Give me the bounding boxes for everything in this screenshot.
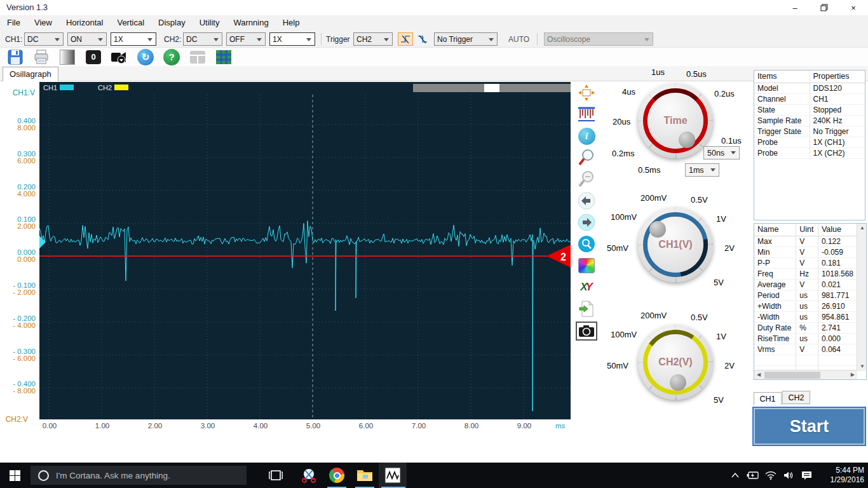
ch1-probe-select[interactable]: 1X [111, 32, 156, 46]
time-coarse-select[interactable]: 1ms [685, 163, 719, 177]
meas-header-uint: Uint [796, 224, 818, 236]
measurements-vscrollbar[interactable]: ▲ ▼ [857, 224, 866, 371]
xy-mode-button[interactable]: XY [577, 278, 596, 296]
restore-button[interactable] [810, 0, 839, 15]
export-button[interactable] [577, 300, 596, 318]
grid-button[interactable] [215, 48, 233, 66]
time-knob[interactable]: Time [638, 83, 713, 158]
ch2-on-select[interactable]: OFF [226, 32, 266, 46]
properties-header-items: Items [754, 71, 810, 83]
cortana-search-input[interactable]: I'm Cortana. Ask me anything. [31, 466, 247, 485]
battery-tray-button[interactable] [746, 463, 760, 488]
back-button[interactable] [577, 192, 596, 210]
task-view-button[interactable] [262, 463, 290, 488]
file-explorer-button[interactable] [351, 463, 379, 488]
scope-scrollbar-thumb[interactable] [484, 84, 499, 92]
forward-button[interactable] [577, 214, 596, 231]
scroll-down-icon[interactable]: ▼ [860, 364, 865, 369]
print-button[interactable] [32, 48, 50, 66]
table-cell: Sample Rate [754, 115, 810, 126]
zoom-out-icon [578, 170, 595, 188]
menu-warnning[interactable]: Warnning [226, 15, 275, 30]
export-icon [578, 300, 595, 318]
volume-tray-button[interactable] [782, 463, 796, 488]
ch2-coupling-select[interactable]: DC [183, 32, 222, 46]
chrome-button[interactable] [323, 463, 351, 488]
snapshot-button[interactable] [576, 322, 597, 341]
menu-utility[interactable]: Utility [193, 15, 227, 30]
start-button[interactable]: Start [752, 407, 866, 446]
oscilloscope-app-button[interactable] [379, 463, 407, 488]
trigger-source-select[interactable]: CH2 [353, 32, 393, 46]
menu-file[interactable]: File [0, 15, 27, 30]
scope-display[interactable]: 2 CH1 CH2 [39, 82, 571, 419]
sampling-button[interactable] [577, 105, 596, 123]
table-cell: Probe [754, 137, 810, 147]
tab-ch2[interactable]: CH2 [782, 391, 810, 404]
ch1-coupling-select[interactable]: DC [24, 32, 64, 46]
time-fine-select[interactable]: 50ns [703, 146, 740, 159]
ch2-volt-knob[interactable]: CH2(V) [638, 325, 713, 400]
ch2-probe-select[interactable]: 1X [269, 32, 315, 46]
time-scale-0p5us: 0.5us [686, 69, 707, 79]
title-bar: Version 1.3 – × [0, 0, 868, 15]
xy-icon: XY [580, 281, 593, 294]
minimize-button[interactable]: – [780, 0, 810, 15]
menu-help[interactable]: Help [276, 15, 307, 30]
wifi-tray-button[interactable] [764, 463, 778, 488]
search-button[interactable] [577, 235, 596, 253]
panel-button[interactable] [189, 48, 207, 66]
help-button[interactable]: ? [163, 48, 180, 66]
refresh-button[interactable]: ↻ [137, 48, 154, 66]
scope-scrollbar[interactable] [413, 84, 571, 92]
action-center-button[interactable] [799, 463, 813, 488]
menu-horizontal[interactable]: Horizontal [59, 15, 111, 30]
scroll-left-icon[interactable]: ◀ [757, 372, 761, 377]
zoom-in-icon [578, 149, 595, 166]
speaker-icon [783, 471, 794, 480]
menu-vertical[interactable]: Vertical [110, 15, 151, 30]
scroll-right-icon[interactable]: ▶ [851, 372, 855, 377]
table-row: -Widthus954.861 [754, 311, 857, 322]
record-button[interactable] [111, 48, 128, 66]
background-button[interactable] [58, 48, 76, 66]
trigger-mode-select[interactable]: No Trigger [434, 32, 498, 46]
meas-header-name: Name [754, 224, 796, 236]
save-button[interactable] [6, 48, 24, 66]
ch2-scale-5v: 5V [714, 395, 724, 405]
menu-display[interactable]: Display [151, 15, 193, 30]
taskbar-clock[interactable]: 5:44 PM 1/29/2016 [820, 466, 864, 485]
fit-screen-button[interactable] [577, 84, 596, 102]
zoom-in-button[interactable] [577, 149, 596, 166]
trigger-marker-label: 2 [560, 252, 566, 262]
hscroll-thumb[interactable] [764, 372, 820, 379]
falling-edge-button[interactable] [415, 32, 430, 46]
tray-expand-button[interactable] [728, 463, 742, 488]
trigger-marker[interactable] [546, 245, 571, 268]
tab-ch1[interactable]: CH1 [754, 392, 782, 405]
ch1-on-select[interactable]: ON [67, 32, 107, 46]
start-menu-button[interactable] [0, 463, 29, 488]
table-cell: Vrms [754, 344, 796, 355]
snipping-tool-button[interactable] [295, 463, 323, 488]
tab-osillagraph[interactable]: Osillagraph [3, 67, 58, 81]
window-title: Version 1.3 [6, 3, 48, 12]
close-button[interactable]: × [839, 0, 868, 15]
ch1-waveform [39, 221, 571, 411]
ch1-scale-100mv: 100mV [611, 212, 637, 222]
palette-button[interactable] [577, 257, 596, 274]
info-button[interactable]: i [577, 127, 596, 145]
measurements-hscrollbar[interactable]: ◀ ▶ [754, 370, 857, 379]
y-axis-tick: - 0.100- 2.000 [0, 282, 36, 296]
rising-edge-button[interactable] [398, 32, 413, 46]
channel-toolbar: CH1: DC ON 1X CH2: DC OFF 1X Trigger CH2… [0, 30, 868, 48]
rising-edge-icon [400, 34, 411, 45]
ch1-volt-knob[interactable]: CH1(V) [638, 207, 713, 282]
time-scale-4us: 4us [622, 87, 635, 97]
ch2-scale-1v: 1V [716, 332, 726, 341]
zoom-out-button[interactable] [577, 170, 596, 188]
cortana-icon [38, 470, 49, 481]
menu-view[interactable]: View [27, 15, 59, 30]
scroll-up-icon[interactable]: ▲ [860, 226, 865, 231]
properties-header-properties: Properties [810, 71, 865, 83]
